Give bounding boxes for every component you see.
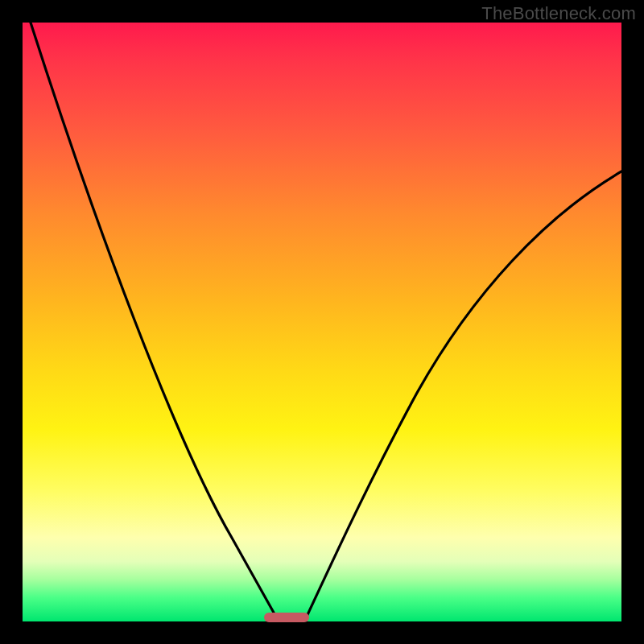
optimal-range-marker [264,613,309,622]
bottleneck-curve-right [306,171,621,618]
curve-layer [23,23,621,621]
chart-frame: TheBottleneck.com [0,0,644,644]
bottleneck-curve-left [31,23,277,618]
watermark-text: TheBottleneck.com [481,3,636,24]
plot-area [23,23,621,621]
